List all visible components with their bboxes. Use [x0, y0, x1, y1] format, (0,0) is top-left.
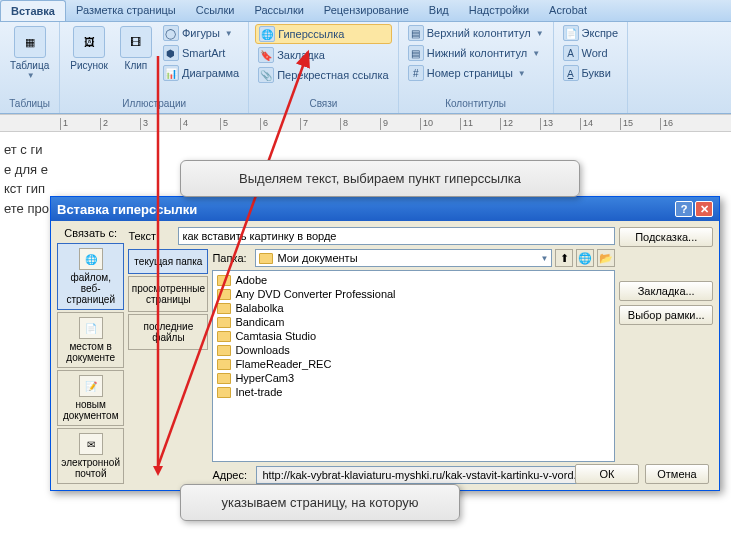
target-frame-button[interactable]: Выбор рамки...: [619, 305, 713, 325]
group-links: 🌐Гиперссылка 🔖Закладка 📎Перекрестная ссы…: [249, 22, 399, 113]
chart-icon: 📊: [163, 65, 179, 81]
pagenum-icon: #: [408, 65, 424, 81]
smartart-icon: ⬢: [163, 45, 179, 61]
list-item[interactable]: Adobe: [215, 273, 612, 287]
place-icon: 📄: [79, 317, 103, 339]
crossref-icon: 📎: [258, 67, 274, 83]
address-input[interactable]: http://kak-vybrat-klaviaturu-myshki.ru/k…: [256, 466, 615, 484]
clip-icon: 🎞: [120, 26, 152, 58]
tab-layout[interactable]: Разметка страницы: [66, 0, 186, 21]
tab-mailings[interactable]: Рассылки: [244, 0, 313, 21]
footer-icon: ▤: [408, 45, 424, 61]
clip-button[interactable]: 🎞 Клип: [116, 24, 156, 73]
dropdown-arrow-icon: ▼: [536, 29, 544, 38]
folder-icon: [217, 303, 231, 314]
group-label: Таблицы: [6, 96, 53, 111]
callout-select-text: Выделяем текст, выбираем пункт гиперссыл…: [180, 160, 580, 197]
current-folder-button[interactable]: текущая папка: [128, 249, 208, 274]
folder-label: Папка:: [212, 252, 252, 264]
list-item[interactable]: HyperCam3: [215, 371, 612, 385]
tab-references[interactable]: Ссылки: [186, 0, 245, 21]
footer-button[interactable]: ▤Нижний колонтитул▼: [405, 44, 547, 62]
list-item[interactable]: Bandicam: [215, 315, 612, 329]
file-web-icon: 🌐: [79, 248, 103, 270]
list-item[interactable]: FlameReader_REC: [215, 357, 612, 371]
browsed-pages-button[interactable]: просмотренные страницы: [128, 276, 208, 312]
group-text: 📄Экспре AWord A̲Букви: [554, 22, 629, 113]
header-button[interactable]: ▤Верхний колонтитул▼: [405, 24, 547, 42]
table-icon: ▦: [14, 26, 46, 58]
dropdown-arrow-icon: ▼: [532, 49, 540, 58]
folder-icon: [217, 331, 231, 342]
link-to-label: Связать с:: [57, 227, 124, 239]
hyperlink-button[interactable]: 🌐Гиперссылка: [255, 24, 392, 44]
ruler[interactable]: 12345678910111213141516: [0, 114, 731, 132]
smartart-button[interactable]: ⬢SmartArt: [160, 44, 242, 62]
crossref-button[interactable]: 📎Перекрестная ссылка: [255, 66, 392, 84]
tab-view[interactable]: Вид: [419, 0, 459, 21]
linkto-place[interactable]: 📄местом в документе: [57, 312, 124, 368]
tab-acrobat[interactable]: Acrobat: [539, 0, 597, 21]
email-icon: ✉: [79, 433, 103, 455]
dropdown-arrow-icon: ▼: [518, 69, 526, 78]
picture-button[interactable]: 🖼 Рисунок: [66, 24, 112, 73]
folder-icon: [217, 275, 231, 286]
linkto-newdoc[interactable]: 📝новым документом: [57, 370, 124, 426]
up-folder-button[interactable]: ⬆: [555, 249, 573, 267]
picture-icon: 🖼: [73, 26, 105, 58]
linkto-email[interactable]: ✉электронной почтой: [57, 428, 124, 484]
list-item[interactable]: Balabolka: [215, 301, 612, 315]
chart-button[interactable]: 📊Диаграмма: [160, 64, 242, 82]
dropcap-icon: A̲: [563, 65, 579, 81]
tab-review[interactable]: Рецензирование: [314, 0, 419, 21]
list-item[interactable]: Camtasia Studio: [215, 329, 612, 343]
help-button[interactable]: ?: [675, 201, 693, 217]
list-item[interactable]: Any DVD Converter Professional: [215, 287, 612, 301]
linkto-file-web[interactable]: 🌐файлом, веб-страницей: [57, 243, 124, 310]
shapes-icon: ◯: [163, 25, 179, 41]
bookmark-button[interactable]: 🔖Закладка: [255, 46, 392, 64]
file-list[interactable]: Adobe Any DVD Converter Professional Bal…: [212, 270, 615, 462]
dropcap-button[interactable]: A̲Букви: [560, 64, 622, 82]
center-panel: Текст: текущая папка просмотренные стран…: [128, 227, 615, 484]
list-item[interactable]: Inet-trade: [215, 385, 612, 399]
folder-icon: [217, 289, 231, 300]
bookmark-dialog-button[interactable]: Закладка...: [619, 281, 713, 301]
express-button[interactable]: 📄Экспре: [560, 24, 622, 42]
pagenum-button[interactable]: #Номер страницы▼: [405, 64, 547, 82]
cancel-button[interactable]: Отмена: [645, 464, 709, 484]
express-icon: 📄: [563, 25, 579, 41]
bookmark-icon: 🔖: [258, 47, 274, 63]
address-label: Адрес:: [212, 469, 252, 481]
lookin-column: текущая папка просмотренные страницы пос…: [128, 249, 208, 484]
folder-icon: [217, 359, 231, 370]
shapes-button[interactable]: ◯Фигуры▼: [160, 24, 242, 42]
display-text-input[interactable]: [178, 227, 615, 245]
folder-icon: [259, 253, 273, 264]
link-to-panel: Связать с: 🌐файлом, веб-страницей 📄место…: [57, 227, 124, 484]
folder-icon: [217, 345, 231, 356]
group-headerfooter: ▤Верхний колонтитул▼ ▤Нижний колонтитул▼…: [399, 22, 554, 113]
browse-file-button[interactable]: 📂: [597, 249, 615, 267]
ribbon: ▦ Таблица ▼ Таблицы 🖼 Рисунок 🎞 Клип ◯Фи…: [0, 22, 731, 114]
tooltip-button[interactable]: Подсказка...: [619, 227, 713, 247]
ribbon-tabs: Вставка Разметка страницы Ссылки Рассылк…: [0, 0, 731, 22]
folder-icon: [217, 387, 231, 398]
header-icon: ▤: [408, 25, 424, 41]
tab-insert[interactable]: Вставка: [0, 0, 66, 21]
close-button[interactable]: ✕: [695, 201, 713, 217]
ok-button[interactable]: ОК: [575, 464, 639, 484]
group-label: Связи: [255, 96, 392, 111]
recent-files-button[interactable]: последние файлы: [128, 314, 208, 350]
group-label: Колонтитулы: [405, 96, 547, 111]
text-label: Текст:: [128, 230, 174, 242]
dropdown-arrow-icon: ▼: [225, 29, 233, 38]
tab-addins[interactable]: Надстройки: [459, 0, 539, 21]
dialog-titlebar[interactable]: Вставка гиперссылки ? ✕: [51, 197, 719, 221]
table-button[interactable]: ▦ Таблица ▼: [6, 24, 53, 82]
browse-web-button[interactable]: 🌐: [576, 249, 594, 267]
list-item[interactable]: Downloads: [215, 343, 612, 357]
wordart-button[interactable]: AWord: [560, 44, 622, 62]
right-panel: Подсказка... Закладка... Выбор рамки...: [619, 227, 713, 484]
folder-dropdown[interactable]: Мои документы▼: [255, 249, 552, 267]
